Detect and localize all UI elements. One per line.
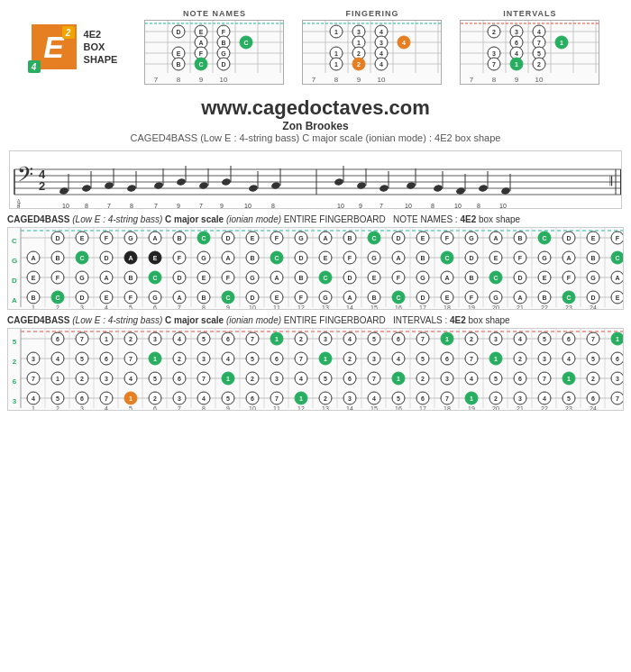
svg-text:4: 4 [380, 29, 384, 35]
svg-text:7: 7 [80, 336, 84, 342]
svg-text:1: 1 [32, 405, 35, 411]
svg-text:22: 22 [541, 405, 548, 411]
svg-text:6: 6 [516, 40, 519, 46]
svg-text:1: 1 [105, 336, 108, 342]
svg-text:2: 2 [358, 61, 361, 68]
svg-text:G: G [152, 295, 158, 301]
svg-text:E: E [105, 295, 109, 301]
fb-intervals-title: CAGED4BASS (Low E : 4-string bass) C maj… [7, 315, 624, 325]
svg-text:B: B [517, 235, 522, 241]
e-logo: E 2 4 [32, 24, 77, 69]
svg-text:B: B [298, 275, 303, 281]
svg-text:13: 13 [322, 405, 329, 411]
svg-text:7: 7 [616, 395, 619, 402]
svg-text:5: 5 [251, 356, 254, 362]
svg-text:1: 1 [129, 395, 133, 402]
svg-text:D: D [469, 255, 473, 261]
svg-text:7: 7 [129, 356, 133, 362]
svg-text:5: 5 [13, 338, 17, 346]
svg-point-154 [379, 184, 389, 192]
svg-text:6: 6 [397, 336, 400, 342]
svg-text:F: F [348, 255, 352, 261]
svg-text:E: E [543, 275, 547, 281]
fingerboard-intervals-board: 5 2 6 3 [7, 328, 624, 411]
svg-text:B: B [420, 255, 425, 261]
svg-text:B: B [590, 255, 595, 261]
svg-text:6: 6 [616, 356, 619, 362]
svg-text:B: B [128, 275, 133, 281]
svg-text:3: 3 [616, 376, 619, 382]
svg-text:10: 10 [220, 76, 228, 84]
svg-text:8: 8 [477, 203, 480, 209]
svg-text:G: G [12, 257, 17, 265]
svg-text:8: 8 [202, 405, 206, 411]
svg-text:5: 5 [494, 376, 498, 382]
svg-text:12: 12 [297, 304, 305, 310]
svg-text:1: 1 [561, 40, 564, 46]
svg-text:C: C [55, 295, 59, 301]
svg-text:3: 3 [324, 336, 327, 342]
svg-text:C: C [274, 255, 279, 261]
svg-text:G: G [469, 235, 474, 241]
svg-text:3: 3 [80, 304, 84, 310]
svg-text:8: 8 [334, 76, 339, 84]
svg-point-144 [221, 177, 231, 186]
svg-text:E: E [445, 295, 450, 301]
svg-text:C: C [225, 295, 230, 301]
svg-text:6: 6 [591, 395, 595, 402]
svg-text:G: G [493, 295, 498, 301]
svg-text:G: G [79, 275, 85, 281]
svg-text:6: 6 [445, 356, 449, 362]
svg-text:A: A [199, 40, 204, 46]
svg-text:9: 9 [220, 203, 224, 209]
svg-text:4: 4 [397, 356, 400, 362]
svg-text:E: E [202, 275, 206, 281]
svg-text:6: 6 [178, 376, 181, 382]
badge-2: 2 [62, 26, 75, 39]
svg-text:2: 2 [129, 336, 133, 342]
svg-text:4: 4 [105, 304, 108, 310]
svg-text:8: 8 [492, 76, 497, 84]
svg-text:19: 19 [468, 405, 475, 411]
svg-text:E: E [251, 235, 255, 241]
logo-text: 4E2 BOX SHAPE [84, 28, 118, 67]
svg-text:G: G [298, 235, 304, 241]
svg-text:3: 3 [494, 336, 498, 342]
svg-text:6: 6 [275, 356, 279, 362]
svg-text:7: 7 [154, 76, 159, 84]
svg-text:E: E [153, 255, 158, 261]
svg-text:9: 9 [199, 76, 204, 84]
svg-text:2: 2 [56, 405, 59, 411]
svg-text:D: D [12, 277, 17, 285]
svg-text:G: G [323, 295, 328, 301]
svg-text:C: C [199, 61, 204, 68]
svg-text:7: 7 [470, 356, 473, 362]
svg-text:C: C [371, 235, 376, 241]
svg-text:21: 21 [517, 405, 524, 411]
svg-text:4: 4 [32, 395, 35, 402]
svg-text:10: 10 [499, 203, 507, 209]
svg-text:9: 9 [226, 405, 230, 411]
svg-text:B: B [250, 255, 254, 261]
svg-text:1: 1 [358, 40, 361, 46]
top-section: E 2 4 4E2 BOX SHAPE NOTE NAMES [0, 0, 631, 89]
svg-text:4: 4 [470, 376, 473, 382]
svg-text:B: B [31, 295, 35, 301]
svg-text:4: 4 [226, 356, 230, 362]
svg-text:7: 7 [275, 395, 279, 402]
svg-text:8: 8 [271, 203, 275, 209]
svg-text:F: F [275, 235, 279, 241]
svg-text:B: B [371, 295, 376, 301]
svg-text:G: G [128, 235, 133, 241]
svg-text:C: C [615, 255, 619, 261]
svg-text:5: 5 [56, 395, 59, 402]
svg-text:5: 5 [80, 356, 84, 362]
svg-text:5: 5 [567, 395, 571, 402]
svg-text:16: 16 [395, 304, 402, 310]
svg-text:6: 6 [153, 405, 157, 411]
svg-text:1: 1 [516, 61, 519, 68]
svg-text:8: 8 [85, 203, 88, 209]
svg-point-158 [433, 184, 443, 192]
svg-text:A: A [104, 275, 108, 281]
svg-text:1: 1 [445, 336, 449, 342]
